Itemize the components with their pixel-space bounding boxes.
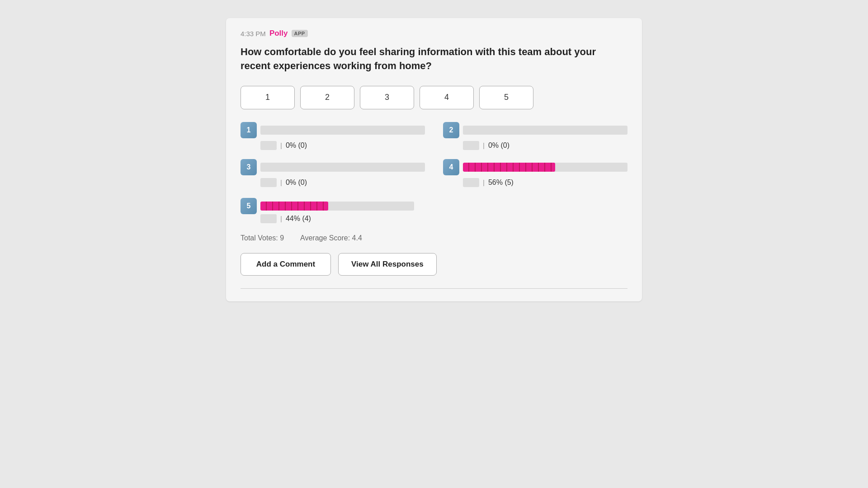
result-item-2: 2 | 0% (0) xyxy=(443,122,627,150)
total-votes: Total Votes: 9 xyxy=(241,234,284,242)
result-bar-row-4: 4 xyxy=(443,159,627,175)
result-pipe-5: | xyxy=(280,215,282,222)
page-container: 4:33 PM Polly APP How comfortable do you… xyxy=(0,9,868,488)
result-item-3: 3 | 0% (0) xyxy=(241,159,425,187)
result-badge-4: 4 xyxy=(443,159,459,175)
result-bar-row-2: 2 xyxy=(443,122,627,138)
add-comment-button[interactable]: Add a Comment xyxy=(241,253,331,276)
timestamp: 4:33 PM xyxy=(241,30,266,38)
result-pipe-1: | xyxy=(280,141,282,149)
result-label-row-4: | 56% (5) xyxy=(443,178,627,187)
rating-btn-5[interactable]: 5 xyxy=(479,86,533,109)
result-bar-row-3: 3 xyxy=(241,159,425,175)
header-row: 4:33 PM Polly APP xyxy=(241,29,627,38)
result-percent-1: 0% (0) xyxy=(286,141,307,150)
rating-buttons: 1 2 3 4 5 xyxy=(241,86,627,109)
action-buttons: Add a Comment View All Responses xyxy=(241,253,627,276)
result-pipe-4: | xyxy=(483,178,485,186)
bar-fill-4 xyxy=(463,163,555,172)
total-votes-label: Total Votes: xyxy=(241,234,278,242)
bar-fill-5 xyxy=(260,202,328,211)
result-item-5: 5 | 44% (4) xyxy=(241,198,627,223)
results-grid: 1 | 0% (0) 2 xyxy=(241,122,627,187)
result-item-1: 1 | 0% (0) xyxy=(241,122,425,150)
app-badge: APP xyxy=(292,30,308,37)
result-badge-2: 2 xyxy=(443,122,459,138)
result-label-row-3: | 0% (0) xyxy=(241,178,425,187)
result-badge-3: 3 xyxy=(241,159,257,175)
average-score-value: 4.4 xyxy=(352,234,362,242)
poll-card: 4:33 PM Polly APP How comfortable do you… xyxy=(226,18,642,301)
bar-track-3 xyxy=(260,163,425,172)
result-badge-1: 1 xyxy=(241,122,257,138)
result-item-4: 4 | 56% (5) xyxy=(443,159,627,187)
result-label-row-5: | 44% (4) xyxy=(241,214,627,223)
result-pipe-2: | xyxy=(483,141,485,149)
divider xyxy=(241,288,627,289)
app-name: Polly xyxy=(269,29,288,38)
total-votes-value: 9 xyxy=(280,234,284,242)
result-placeholder-4 xyxy=(463,178,479,187)
result-label-row-1: | 0% (0) xyxy=(241,141,425,150)
average-score-label: Average Score: xyxy=(300,234,350,242)
bar-track-5 xyxy=(260,202,414,211)
bar-track-1 xyxy=(260,126,425,135)
result-badge-5: 5 xyxy=(241,198,257,214)
result-bar-row-1: 1 xyxy=(241,122,425,138)
result-placeholder-5 xyxy=(260,214,277,223)
result-pipe-3: | xyxy=(280,178,282,186)
result-bar-row-5: 5 xyxy=(241,198,627,214)
rating-btn-4[interactable]: 4 xyxy=(420,86,474,109)
result-placeholder-2 xyxy=(463,141,479,150)
average-score: Average Score: 4.4 xyxy=(300,234,362,242)
bar-track-2 xyxy=(463,126,627,135)
rating-btn-2[interactable]: 2 xyxy=(300,86,354,109)
rating-btn-3[interactable]: 3 xyxy=(360,86,414,109)
result-placeholder-1 xyxy=(260,141,277,150)
result-percent-2: 0% (0) xyxy=(488,141,509,150)
bar-track-4 xyxy=(463,163,627,172)
totals-row: Total Votes: 9 Average Score: 4.4 xyxy=(241,234,627,242)
rating-btn-1[interactable]: 1 xyxy=(241,86,295,109)
result-percent-4: 56% (5) xyxy=(488,178,514,187)
view-responses-button[interactable]: View All Responses xyxy=(338,253,437,276)
result-placeholder-3 xyxy=(260,178,277,187)
result-label-row-2: | 0% (0) xyxy=(443,141,627,150)
result-percent-3: 0% (0) xyxy=(286,178,307,187)
result-percent-5: 44% (4) xyxy=(286,215,311,223)
question-text: How comfortable do you feel sharing info… xyxy=(241,45,627,73)
